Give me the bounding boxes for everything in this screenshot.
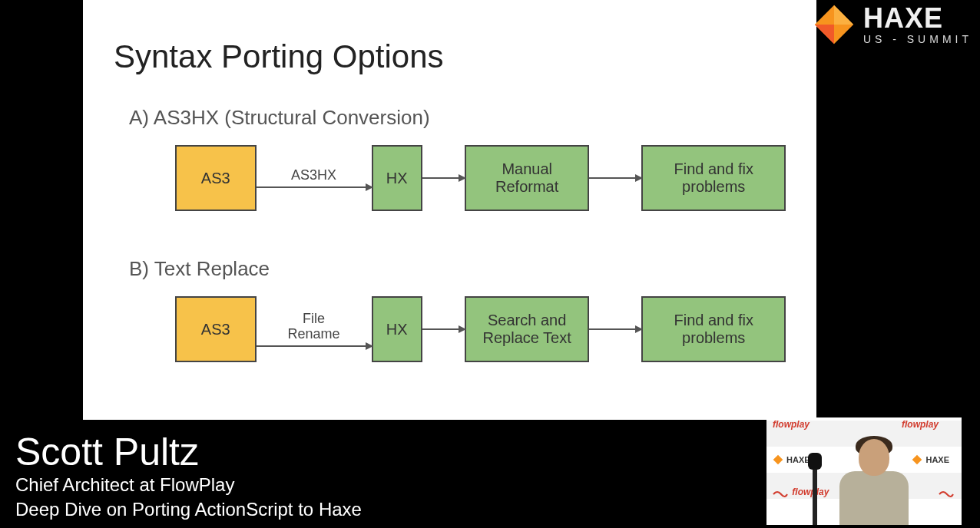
flow-box-manual-reformat: Manual Reformat <box>465 145 590 211</box>
speaker-figure <box>836 433 912 525</box>
event-logo-sub: US - SUMMIT <box>863 34 972 45</box>
arrow-line <box>422 177 465 179</box>
backdrop-haxe-logo: HAXE <box>912 454 949 465</box>
flow-box-hx: HX <box>372 296 422 362</box>
flow-box-hx: HX <box>372 145 422 211</box>
arrow <box>422 177 465 179</box>
event-logo: HAXE US - SUMMIT <box>813 3 972 46</box>
arrow-line <box>257 186 372 188</box>
speaker-camera: HAXE HAXE flowplay flowplay flowplay <box>766 417 962 525</box>
svg-marker-1 <box>834 5 853 25</box>
backdrop-haxe-logo: HAXE <box>773 454 810 465</box>
svg-marker-2 <box>815 25 834 44</box>
arrow <box>589 177 641 179</box>
backdrop-haxe-text: HAXE <box>786 455 810 464</box>
svg-marker-4 <box>912 455 922 465</box>
backdrop-flowplay-logo: flowplay <box>773 487 829 497</box>
flow-box-search-replace: Search and Replace Text <box>465 296 590 362</box>
slide: Syntax Porting Options A) AS3HX (Structu… <box>83 0 816 420</box>
arrow-label: AS3HX <box>291 168 336 183</box>
slide-title: Syntax Porting Options <box>114 38 786 75</box>
arrow-line <box>422 328 465 330</box>
flow-box-find-fix: Find and fix problems <box>641 296 786 362</box>
option-a-label: A) AS3HX (Structural Conversion) <box>129 106 786 130</box>
flow-box-as3: AS3 <box>175 296 257 362</box>
arrow-label: File Rename <box>288 312 340 342</box>
option-b-label: B) Text Replace <box>129 257 786 281</box>
flow-box-find-fix: Find and fix problems <box>641 145 786 211</box>
talk-title: Deep Dive on Porting ActionScript to Hax… <box>15 499 362 520</box>
arrow <box>589 328 641 330</box>
arrow-line <box>589 177 641 179</box>
haxe-icon <box>813 3 856 46</box>
arrow-line <box>589 328 641 330</box>
arrow: File Rename <box>257 312 372 347</box>
option-a-flow: AS3 AS3HX HX Manual Reformat Find and fi… <box>175 145 786 211</box>
arrow-line <box>257 345 372 347</box>
flow-box-as3: AS3 <box>175 145 257 211</box>
event-logo-main: HAXE <box>863 5 972 32</box>
backdrop-flowplay-logo: flowplay <box>773 419 809 430</box>
option-b-flow: AS3 File Rename HX Search and Replace Te… <box>175 296 786 362</box>
arrow <box>422 328 465 330</box>
backdrop-haxe-text: HAXE <box>925 455 949 464</box>
backdrop-flowplay-logo: flowplay <box>902 419 939 430</box>
backdrop-flowplay-logo <box>939 487 955 497</box>
speaker-role: Chief Architect at FlowPlay <box>15 474 362 496</box>
svg-marker-3 <box>773 455 783 465</box>
arrow: AS3HX <box>257 168 372 188</box>
microphone-icon <box>813 464 817 525</box>
speaker-name: Scott Pultz <box>15 433 362 471</box>
event-logo-text: HAXE US - SUMMIT <box>863 5 972 45</box>
lower-third: Scott Pultz Chief Architect at FlowPlay … <box>15 433 362 520</box>
